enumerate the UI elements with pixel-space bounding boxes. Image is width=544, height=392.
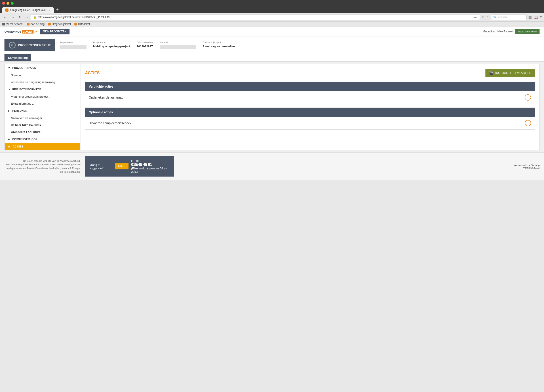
expand-arrow-icon: ►	[8, 145, 11, 148]
omg-icon	[48, 23, 51, 25]
logo-area: OMGEVINGS LOKET .be MIJN PROJECTEN	[5, 29, 70, 34]
sidebar-item-aanvrager[interactable]: Naam van de aanvrager	[5, 115, 80, 122]
wijzig-werkrelatie-button[interactable]: Wijzig Werkrelatie	[515, 29, 539, 34]
browser-tab[interactable]: Omgevingsloket - Burger loket ×	[2, 7, 54, 13]
firefox-icon	[27, 23, 30, 25]
top-navigation: OMGEVINGS LOKET .be MIJN PROJECTEN Gebru…	[0, 27, 544, 36]
sidebar-item-architects-for-future[interactable]: Architects For Future	[5, 129, 80, 136]
sidebar-section-projectinformatie: ▼ PROJECTINFORMATIE Vlaams of provinciaa…	[5, 86, 80, 107]
sidebar-header-personen[interactable]: ► PERSONEN	[5, 107, 80, 115]
sidebar-section-label: PERSONEN	[12, 109, 27, 113]
instructiefilm-label: INSTRUCTIEFILM: ACTIES	[495, 71, 531, 75]
sidebar-section-label: PROJECTINFORMATIE	[12, 88, 41, 91]
footer: Dit is een officiële website van de Vlaa…	[0, 152, 544, 180]
forward-button[interactable]: →	[10, 15, 16, 19]
verplichte-acties-header: Verplichte acties	[85, 82, 535, 91]
window-close-dot[interactable]	[2, 2, 5, 5]
sidebar-toggle-icon[interactable]: ▦	[528, 15, 532, 19]
locatie-input[interactable]	[160, 45, 196, 49]
bookmark-label: Aan de slag	[30, 23, 44, 26]
footer-line4: en Bestuurszaken.	[5, 170, 80, 174]
sidebar-item-niko-pauwels[interactable]: de heer Niko Pauwels	[5, 122, 80, 129]
compleetheidscheck-action-button[interactable]: ›	[525, 120, 531, 126]
expand-arrow-icon: ►	[8, 138, 11, 141]
mijn-projecten-button[interactable]: MIJN PROJECTEN	[40, 29, 70, 34]
footer-phone: OF BEL 015/45 45 91 (Elke werkdag tussen…	[131, 159, 170, 173]
sidebar-section-label: DOSSIERVERLOOP	[12, 138, 37, 141]
versie-text: versie: 2.30.03	[523, 166, 539, 169]
sidebar-section-project-inhoud: ▼ PROJECT INHOUD Situering Adres van de …	[5, 64, 80, 86]
sidebar-item-vlaams[interactable]: Vlaams of provinciaal project ...	[5, 93, 80, 100]
logo-be: .be	[34, 30, 38, 33]
back-button[interactable]: ←	[2, 15, 8, 19]
sidebar-section-label: ACTIES	[12, 145, 23, 148]
bookmark-label: Omgevingsloket	[52, 23, 71, 26]
phone-hours: (Elke werkdag tussen 06 en 22u.)	[131, 167, 167, 173]
sidebar-item-situering[interactable]: Situering	[5, 72, 80, 79]
onderteken-aanvraag-item[interactable]: Onderteken de aanvraag ›	[85, 91, 535, 104]
url-bar[interactable]: 🔒 https://www.omgevingsloket.be/omvLoket…	[31, 14, 480, 20]
toestand-field: Toestand Project Aanvraag samenstellen	[202, 41, 235, 49]
bookmark-dba-loket[interactable]: DBA loket	[74, 23, 90, 26]
projectoverzicht-button[interactable]: ⊙ PROJECTOVERZICHT	[5, 39, 55, 51]
sitemap-link[interactable]: Sitemap	[531, 164, 539, 166]
toestand-value: Aanvraag samenstellen	[202, 45, 235, 48]
bookmark-meest-bezocht[interactable]: Meest bezocht	[2, 23, 23, 26]
onderteken-action-button[interactable]: ›	[525, 94, 531, 101]
instructiefilm-button[interactable]: 🎬 INSTRUCTIEFILM: ACTIES	[485, 69, 535, 77]
refresh-button[interactable]: ↻	[18, 15, 23, 19]
expand-arrow-icon: ►	[8, 109, 11, 113]
logo-text: OMGEVINGS	[5, 30, 21, 33]
sidebar-item-adres[interactable]: Adres van de omgevingsaanvraag	[5, 79, 80, 86]
optionele-acties-section: Optionele acties Uitvoeren compleetheids…	[85, 107, 535, 130]
compleetheidscheck-item[interactable]: Uitvoeren compleetheidscheck ›	[85, 117, 535, 129]
onderteken-label: Onderteken de aanvraag	[89, 96, 123, 99]
projectnaam-field: Projectnaam	[60, 41, 87, 49]
omv-ref-field: OMV referentie 2018092837	[136, 41, 153, 49]
bookmark-star-icon[interactable]: ☆	[486, 15, 489, 19]
content-header: ACTIES 🎬 INSTRUCTIEFILM: ACTIES	[85, 69, 535, 77]
locatie-label: Locatie	[160, 41, 196, 44]
window-minimize-dot[interactable]	[6, 2, 9, 5]
voorwaarden-link[interactable]: Voorwaarden	[514, 164, 528, 166]
sidebar-header-projectinformatie[interactable]: ▼ PROJECTINFORMATIE	[5, 86, 80, 93]
tab-close-button[interactable]: ×	[49, 9, 50, 12]
user-area: Gebruiker: Niko Pauwels Wijzig Werkrelat…	[483, 29, 539, 34]
search-bar[interactable]: 🔍 Zoeken	[491, 15, 526, 20]
project-fields: Projectnaam Projecttype Melding omgeving…	[60, 41, 539, 49]
pocket-icon[interactable]: 🛡	[482, 15, 485, 19]
sidebar-section-personen: ► PERSONEN Naam van de aanvrager de heer…	[5, 107, 80, 136]
project-header: ⊙ PROJECTOVERZICHT Projectnaam Projectty…	[0, 36, 544, 54]
site-logo[interactable]: OMGEVINGS LOKET .be	[5, 30, 38, 34]
new-tab-button[interactable]: +	[54, 6, 61, 13]
projecttype-field: Projecttype Melding omgevingsproject	[93, 41, 130, 49]
bullet-separator: •	[529, 164, 530, 166]
url-options-icon[interactable]: •••	[474, 15, 477, 19]
gear-icon	[2, 23, 5, 25]
sidebar: ▼ PROJECT INHOUD Situering Adres van de …	[5, 64, 80, 150]
sidebar-header-dossierverloop[interactable]: ► DOSSIERVERLOOP	[5, 136, 80, 143]
url-text: https://www.omgevingsloket.be/omvLoket/#…	[38, 16, 473, 19]
bookmark-aan-de-slag[interactable]: Aan de slag	[27, 23, 44, 26]
security-lock-icon: 🔒	[33, 16, 36, 19]
reading-mode-icon[interactable]: 📖	[533, 15, 538, 19]
logo-loket: LOKET	[22, 30, 34, 34]
projectnaam-input[interactable]	[60, 45, 87, 49]
gebruiker-name: Niko Pauwels	[497, 30, 514, 33]
mail-button[interactable]: MAIL	[115, 163, 129, 169]
omv-ref-label: OMV referentie	[136, 41, 153, 44]
bookmark-label: DBA loket	[78, 23, 90, 26]
dba-icon	[74, 23, 77, 25]
bookmark-omgevingsloket[interactable]: Omgevingsloket	[48, 23, 71, 26]
search-placeholder: Zoeken	[498, 16, 507, 19]
menu-button[interactable]: ≡	[540, 15, 542, 19]
projecttype-value: Melding omgevingsproject	[93, 45, 130, 48]
projecttype-label: Projecttype	[93, 41, 130, 44]
sidebar-section-label: PROJECT INHOUD	[12, 66, 36, 70]
sidebar-item-extra-info[interactable]: Extra informatie ...	[5, 100, 80, 107]
window-maximize-dot[interactable]	[11, 2, 14, 5]
home-button[interactable]: ⌂	[24, 15, 29, 19]
sidebar-header-acties[interactable]: ► ACTIES	[5, 143, 80, 150]
sidebar-header-project-inhoud[interactable]: ▼ PROJECT INHOUD	[5, 64, 80, 72]
tab-samenstelling[interactable]: Samenstelling	[5, 54, 31, 61]
